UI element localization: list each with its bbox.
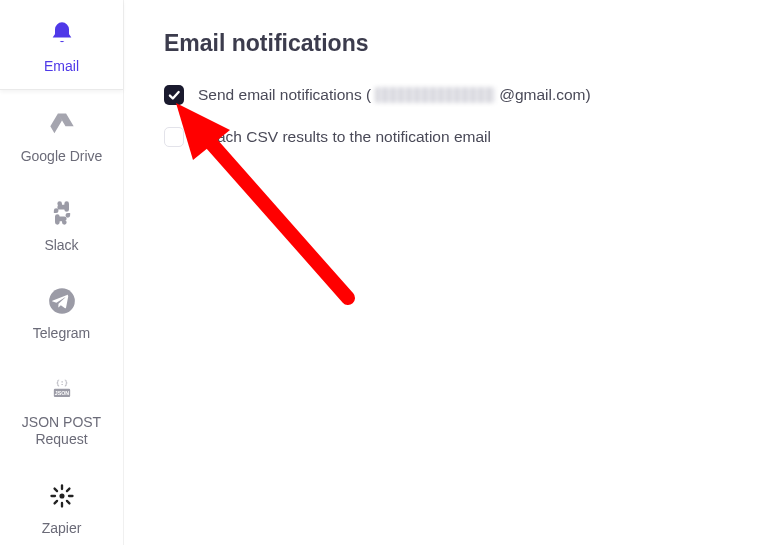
sidebar-item-zapier[interactable]: Zapier: [0, 462, 123, 545]
zapier-icon: [46, 480, 78, 512]
option-attach-csv[interactable]: Attach CSV results to the notification e…: [164, 127, 720, 147]
slack-icon: [46, 197, 78, 229]
sidebar-label-json-post: JSON POST Request: [0, 414, 123, 448]
sidebar-label-zapier: Zapier: [42, 520, 82, 537]
sidebar-label-slack: Slack: [44, 237, 78, 254]
checkbox-send-email[interactable]: [164, 85, 184, 105]
json-icon: {:} JSON: [46, 374, 78, 406]
svg-text:{:}: {:}: [55, 380, 68, 388]
svg-line-13: [196, 126, 348, 298]
svg-rect-8: [67, 495, 73, 497]
sidebar: Email Google Drive Slack Telegram {:} JS…: [0, 0, 124, 545]
svg-rect-7: [50, 495, 56, 497]
svg-rect-6: [60, 502, 62, 508]
sidebar-item-json-post[interactable]: {:} JSON JSON POST Request: [0, 356, 123, 462]
svg-rect-5: [60, 484, 62, 490]
google-drive-icon: [46, 108, 78, 140]
checkbox-attach-csv[interactable]: [164, 127, 184, 147]
option-label-send-email: Send email notifications ( @gmail.com): [198, 86, 591, 104]
sidebar-item-telegram[interactable]: Telegram: [0, 267, 123, 356]
main-content: Email notifications Send email notificat…: [124, 0, 760, 545]
svg-rect-9: [65, 487, 71, 493]
svg-point-4: [59, 493, 64, 498]
sidebar-label-telegram: Telegram: [33, 325, 91, 342]
label-prefix: Send email notifications (: [198, 86, 371, 104]
svg-rect-12: [65, 499, 71, 505]
sidebar-item-google-drive[interactable]: Google Drive: [0, 90, 123, 179]
section-title: Email notifications: [164, 30, 720, 57]
sidebar-label-google-drive: Google Drive: [21, 148, 103, 165]
svg-rect-11: [52, 487, 58, 493]
svg-text:JSON: JSON: [54, 390, 69, 396]
option-send-email[interactable]: Send email notifications ( @gmail.com): [164, 85, 720, 105]
bell-icon: [46, 18, 78, 50]
sidebar-item-email[interactable]: Email: [0, 0, 123, 90]
sidebar-item-slack[interactable]: Slack: [0, 179, 123, 268]
telegram-icon: [46, 285, 78, 317]
blurred-email-user: [375, 87, 495, 103]
label-suffix: @gmail.com): [499, 86, 591, 104]
option-label-attach-csv: Attach CSV results to the notification e…: [198, 128, 491, 146]
svg-rect-10: [52, 499, 58, 505]
sidebar-label-email: Email: [44, 58, 79, 75]
